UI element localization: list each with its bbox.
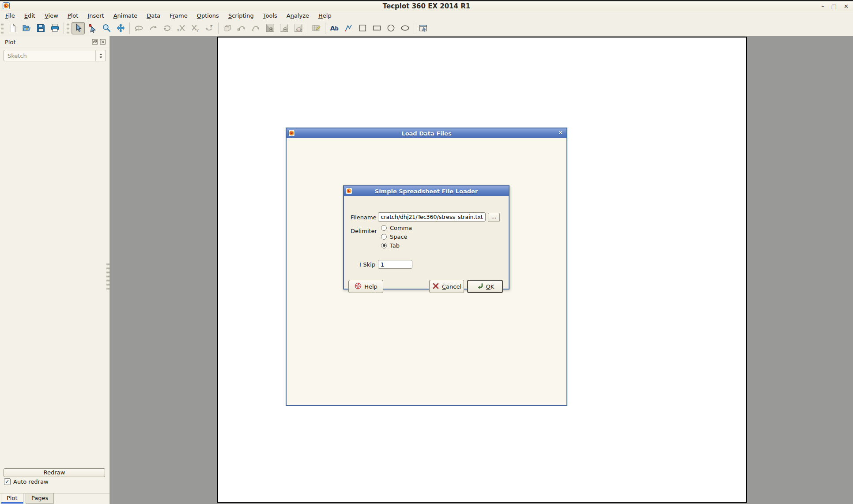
ok-icon [476,282,484,291]
rotate-xy-icon[interactable]: y [189,22,202,34]
iskip-input[interactable] [378,260,412,269]
sidebar-header: Plot [0,38,109,48]
radio-label: Space [390,233,408,240]
plot-mode-value: Sketch [4,53,95,59]
window-controls: –□✕ [821,1,849,11]
toolbar-separator [307,23,307,34]
panel-undock-icon[interactable] [92,39,98,46]
minimize-button[interactable]: – [821,4,824,9]
redraw-button[interactable]: Redraw [4,468,105,477]
maximize-button[interactable]: □ [831,4,837,9]
ellipse-tool-icon[interactable] [398,22,411,34]
zone-add-icon[interactable] [263,22,276,34]
zone-index-icon[interactable]: 1.2 [291,22,305,34]
radio-icon[interactable] [381,234,387,240]
open-file-icon[interactable] [20,22,33,34]
sidebar-tab-plot[interactable]: Plot [1,493,23,504]
tecplot-logo-icon [3,2,10,9]
tecplot-logo-icon [346,188,352,194]
rotate-spherical-icon[interactable] [132,22,145,34]
translate-tool-icon[interactable] [114,22,127,34]
extract-spline-icon[interactable] [249,22,262,34]
help-icon [354,282,362,291]
window-title: Tecplot 360 EX 2014 R1 [0,2,853,10]
radio-label: Tab [390,242,400,249]
loader-dialog-titlebar[interactable]: Simple Spreadsheet File Loader [344,186,509,196]
menu-view[interactable]: View [45,12,58,19]
toolbar-separator [325,23,325,34]
print-icon[interactable] [48,22,61,34]
svg-text:y: y [196,28,199,32]
rectangle-tool-icon[interactable] [370,22,383,34]
toolbar-grip[interactable] [67,23,69,34]
svg-text:b: b [335,26,338,32]
workspace: Plot Sketch Redraw ✓ Auto redraw PlotPag… [0,36,853,504]
auto-redraw-row: ✓ Auto redraw [4,478,49,485]
cancel-button[interactable]: Cancel [429,280,464,293]
sidebar-plot-panel: Plot Sketch Redraw ✓ Auto redraw PlotPag… [0,36,110,504]
delimiter-space-radio[interactable]: Space [381,233,408,240]
toolbar-separator [218,23,219,34]
plot-mode-select[interactable]: Sketch [4,50,106,61]
menu-insert[interactable]: Insert [87,12,104,19]
menu-analyze[interactable]: Analyze [287,12,309,19]
menu-options[interactable]: Options [197,12,219,19]
square-tool-icon[interactable] [356,22,369,34]
svg-text:x: x [177,28,179,32]
radio-icon[interactable] [381,225,387,231]
sidebar-panel-title: Plot [5,39,16,45]
ortho-view-icon[interactable] [221,22,234,34]
tecplot-logo-icon [288,130,295,136]
filename-input[interactable] [378,212,486,222]
polyline-tool-icon[interactable] [342,22,355,34]
new-file-icon[interactable] [6,22,19,34]
load-data-dialog-titlebar[interactable]: Load Data Files ✕ [287,128,566,138]
menu-file[interactable]: File [5,12,15,19]
save-icon[interactable] [34,22,47,34]
menu-edit[interactable]: Edit [24,12,35,19]
text-tool-icon[interactable]: Ab [328,22,341,34]
zoom-tool-icon[interactable] [100,22,113,34]
menu-tools[interactable]: Tools [263,12,277,19]
zone-subtract-icon[interactable] [277,22,291,34]
loader-dialog-title: Simple Spreadsheet File Loader [344,188,509,195]
selector-tool-icon[interactable] [72,22,85,34]
rotate-x-icon[interactable]: x [174,22,188,34]
circle-tool-icon[interactable] [384,22,397,34]
close-button[interactable]: ✕ [844,4,849,9]
help-button[interactable]: Help [348,280,383,293]
filename-label: Filename [351,214,377,221]
dialog-close-icon[interactable]: ✕ [558,129,563,136]
titlebar: Tecplot 360 EX 2014 R1 –□✕ [0,1,853,11]
delimiter-tab-radio[interactable]: Tab [381,242,400,249]
extract-curve-icon[interactable] [235,22,248,34]
menu-scripting[interactable]: Scripting [228,12,254,19]
panel-resize-grip[interactable] [106,263,109,290]
radio-icon[interactable] [381,243,387,248]
panel-close-icon[interactable] [100,39,106,46]
rotate-z-icon[interactable]: z [203,22,216,34]
frame-tool-icon[interactable] [416,22,430,34]
menu-animate[interactable]: Animate [113,12,137,19]
browse-button[interactable]: ... [488,213,500,222]
sidebar-tabs: PlotPages [0,493,109,504]
adjustor-tool-icon[interactable] [86,22,99,34]
toolbar: xyz1.2Ab [0,20,853,36]
iskip-label: I-Skip [359,261,375,268]
sidebar-tab-pages[interactable]: Pages [26,493,54,504]
svg-text:1.2: 1.2 [297,28,301,31]
toolbar-grip[interactable] [1,23,4,34]
menu-help[interactable]: Help [318,12,332,19]
delimiter-label: Delimiter [351,228,377,234]
cancel-label: Cancel [442,283,461,290]
rotate-twist-icon[interactable] [160,22,174,34]
grid-edit-icon[interactable] [309,22,323,34]
menu-data[interactable]: Data [147,12,160,19]
rotate-rollerball-icon[interactable] [146,22,159,34]
delimiter-comma-radio[interactable]: Comma [381,224,412,231]
menu-plot[interactable]: Plot [68,12,79,19]
spinner-arrows-icon[interactable] [95,50,106,61]
menu-frame[interactable]: Frame [170,12,188,19]
auto-redraw-checkbox[interactable]: ✓ [4,478,11,485]
ok-button[interactable]: OK [467,280,503,293]
